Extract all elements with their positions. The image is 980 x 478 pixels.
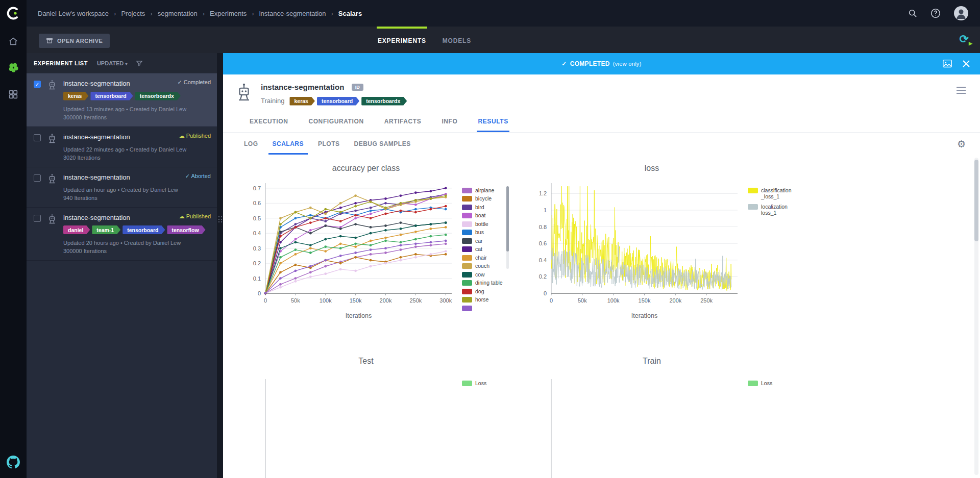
- avatar[interactable]: [953, 6, 969, 21]
- tag-tensorflow[interactable]: tensorflow: [167, 225, 205, 234]
- experiment-tags: danielteam-1tensorboardtensorflow: [63, 225, 211, 235]
- open-archive-button[interactable]: OPEN ARCHIVE: [39, 34, 110, 48]
- chart-plot-train[interactable]: [509, 372, 744, 478]
- legend-item-dog[interactable]: dog: [462, 288, 509, 294]
- close-icon[interactable]: [963, 60, 970, 67]
- experiment-list: ✓instance-segmentationkerastensorboardte…: [27, 73, 217, 478]
- breadcrumb-item[interactable]: segmentation: [158, 10, 198, 17]
- legend-label: chair: [475, 255, 487, 261]
- svg-text:0.4: 0.4: [539, 257, 547, 263]
- refresh-icon[interactable]: ⟳▶: [960, 33, 969, 46]
- legend-scrollbar[interactable]: [506, 186, 509, 269]
- nav-tab-models[interactable]: MODELS: [442, 27, 472, 53]
- subtab-scalars[interactable]: SCALARS: [268, 135, 308, 155]
- panel-resize-handle[interactable]: [217, 53, 223, 478]
- tag-daniel[interactable]: daniel: [63, 225, 90, 234]
- tab-results[interactable]: RESULTS: [477, 113, 509, 132]
- experiment-list-item[interactable]: instance-segmentationUpdated an hour ago…: [27, 167, 217, 208]
- subtab-plots[interactable]: PLOTS: [314, 135, 344, 155]
- tag-keras[interactable]: keras: [289, 97, 314, 106]
- breadcrumb-item[interactable]: instance-segmentation: [259, 10, 326, 17]
- chart-plot-accuracy-per-class[interactable]: 00.10.20.30.40.50.60.7050k100k150k200k25…: [223, 179, 458, 332]
- experiment-list-item[interactable]: ✓instance-segmentationkerastensorboardte…: [27, 73, 217, 127]
- legend-item-bus[interactable]: bus: [462, 229, 509, 235]
- tag-tensorboard[interactable]: tensorboard: [317, 97, 359, 106]
- experiment-tags: kerastensorboardtensorboardx: [63, 91, 211, 100]
- debug-images-icon[interactable]: [942, 59, 952, 68]
- settings-gear-icon[interactable]: ⚙: [957, 138, 966, 150]
- legend-item-horse[interactable]: horse: [462, 296, 509, 303]
- chart-plot-loss[interactable]: 00.20.40.60.811.2050k100k150k200k250kIte…: [509, 179, 744, 332]
- projects-grid-icon[interactable]: [8, 89, 19, 100]
- legend-scrollbar-thumb[interactable]: [506, 186, 509, 251]
- breadcrumb-separator: ›: [252, 10, 254, 17]
- breadcrumb-item[interactable]: Scalars: [338, 10, 362, 17]
- legend-item-car[interactable]: car: [462, 238, 509, 244]
- legend-item-classification[interactable]: classification _loss_1: [748, 187, 795, 199]
- clearml-logo[interactable]: [0, 0, 27, 27]
- legend-item-couch[interactable]: couch: [462, 263, 509, 269]
- tab-artifacts[interactable]: ARTIFACTS: [383, 113, 423, 132]
- breadcrumb-separator: ›: [203, 10, 205, 17]
- tab-configuration[interactable]: CONFIGURATION: [307, 113, 364, 132]
- deep-learning-icon[interactable]: [7, 61, 20, 74]
- experiment-checkbox[interactable]: [34, 174, 41, 182]
- breadcrumb-item[interactable]: Projects: [121, 10, 145, 17]
- legend-item-airplane[interactable]: airplane: [462, 187, 509, 193]
- tab-execution[interactable]: EXECUTION: [249, 113, 289, 132]
- results-tabs: EXECUTIONCONFIGURATIONARTIFACTSINFORESUL…: [223, 113, 980, 133]
- tag-team-1[interactable]: team-1: [92, 225, 120, 234]
- id-badge[interactable]: ID: [352, 84, 363, 91]
- help-icon[interactable]: [930, 8, 941, 19]
- svg-text:100k: 100k: [607, 297, 620, 304]
- subtab-log[interactable]: LOG: [240, 135, 262, 155]
- search-icon[interactable]: [908, 8, 918, 18]
- nav-tab-experiments[interactable]: EXPERIMENTS: [377, 27, 427, 53]
- legend-item-Loss[interactable]: Loss: [462, 380, 509, 386]
- charts-scrollbar-thumb[interactable]: [974, 160, 978, 241]
- legend-item-localization[interactable]: localization loss_1: [748, 204, 795, 216]
- svg-text:250k: 250k: [409, 297, 422, 304]
- menu-icon[interactable]: [957, 87, 966, 94]
- legend-item-bicycle[interactable]: bicycle: [462, 195, 509, 202]
- chart-plot-test[interactable]: [223, 372, 458, 478]
- experiment-list-item[interactable]: instance-segmentationUpdated 22 minutes …: [27, 127, 217, 167]
- tag-tensorboard[interactable]: tensorboard: [122, 225, 165, 234]
- legend-item-cow[interactable]: cow: [462, 271, 509, 278]
- tab-info[interactable]: INFO: [440, 113, 458, 132]
- legend-item-dining-table[interactable]: dining table: [462, 280, 509, 286]
- experiment-list-item[interactable]: instance-segmentationdanielteam-1tensorb…: [27, 208, 217, 261]
- github-icon[interactable]: [7, 456, 20, 469]
- experiment-list-panel: EXPERIMENT LIST UPDATED ▾ ✓instance-segm…: [27, 53, 217, 478]
- filter-icon[interactable]: [136, 60, 143, 67]
- svg-text:0: 0: [258, 290, 261, 296]
- legend-item-chair[interactable]: chair: [462, 255, 509, 261]
- experiment-tags: kerastensorboardtensorboardx: [289, 96, 409, 106]
- tag-tensorboard[interactable]: tensorboard: [90, 92, 133, 100]
- breadcrumb-item[interactable]: Daniel Lew's workspace: [38, 10, 109, 17]
- legend-item-Loss[interactable]: Loss: [748, 380, 795, 386]
- breadcrumb-item[interactable]: Experiments: [210, 10, 247, 17]
- legend-item-boat[interactable]: boat: [462, 212, 509, 218]
- legend-label: bicycle: [475, 195, 492, 202]
- status-badge-aborted: ✓ Aborted: [185, 173, 211, 180]
- tag-keras[interactable]: keras: [63, 92, 88, 100]
- experiment-checkbox[interactable]: [34, 215, 41, 222]
- experiment-type-icon: [47, 133, 57, 162]
- legend-item-unnamed[interactable]: [462, 305, 509, 311]
- experiment-title: instance-segmentation: [261, 83, 344, 91]
- subtab-debug-samples[interactable]: DEBUG SAMPLES: [350, 135, 415, 155]
- svg-text:Iterations: Iterations: [346, 312, 372, 319]
- legend-item-cat[interactable]: cat: [462, 246, 509, 252]
- tag-tensorboardx[interactable]: tensorboardx: [135, 92, 181, 100]
- legend-item-bird[interactable]: bird: [462, 204, 509, 210]
- legend-item-bottle[interactable]: bottle: [462, 221, 509, 227]
- experiment-checkbox[interactable]: ✓: [34, 81, 41, 88]
- svg-text:50k: 50k: [578, 297, 587, 304]
- experiment-checkbox[interactable]: [34, 134, 41, 141]
- tag-tensorboardx[interactable]: tensorboardx: [361, 97, 407, 106]
- charts-scrollbar[interactable]: [974, 158, 978, 475]
- experiment-type-icon: [47, 80, 57, 121]
- home-icon[interactable]: [8, 36, 19, 47]
- sort-by-updated[interactable]: UPDATED ▾: [97, 60, 128, 66]
